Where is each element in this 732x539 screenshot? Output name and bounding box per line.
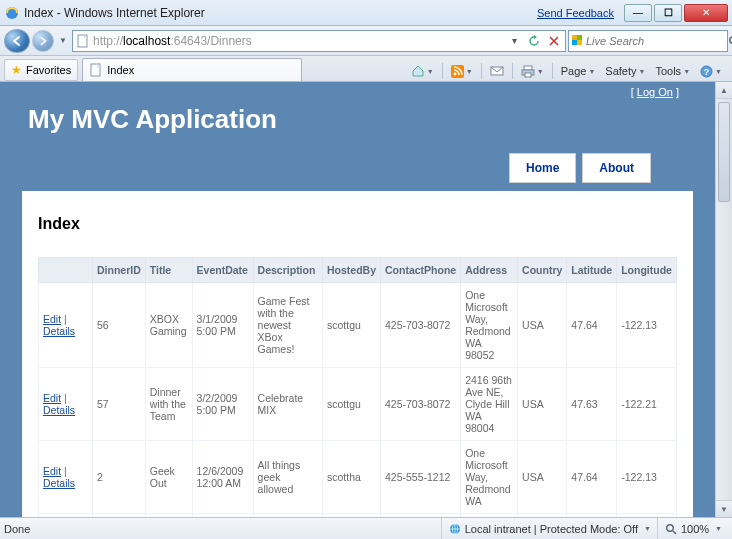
scroll-up-button[interactable]: ▲	[716, 82, 732, 99]
logon-link[interactable]: Log On	[637, 86, 673, 98]
favorites-label: Favorites	[26, 64, 71, 76]
zone-icon	[448, 522, 462, 536]
details-link[interactable]: Details	[43, 325, 75, 337]
cell-phone: 425-703-8072	[381, 368, 461, 441]
zoom-control[interactable]: 100% ▼	[657, 518, 728, 539]
page-menu[interactable]: Page ▼	[557, 61, 600, 81]
edit-link[interactable]: Edit	[43, 313, 61, 325]
maximize-button[interactable]: ☐	[654, 4, 682, 22]
scroll-down-button[interactable]: ▼	[716, 500, 732, 517]
col-header: Title	[145, 258, 192, 283]
address-bar[interactable]: http://localhost:64643/Dinners ▾	[72, 30, 566, 52]
tab-strip: ★ Favorites Index ▼ ▼ ▼ Page ▼ Safety ▼ …	[0, 56, 732, 82]
vertical-scrollbar[interactable]: ▲ ▼	[715, 82, 732, 517]
safety-menu[interactable]: Safety ▼	[601, 61, 649, 81]
cell-lon: -122.13	[617, 283, 677, 368]
help-button[interactable]: ?▼	[696, 61, 726, 81]
svg-rect-2	[572, 35, 577, 40]
status-text: Done	[4, 523, 441, 535]
cell-date: 12/6/2009 12:00 AM	[192, 441, 253, 514]
window-title: Index - Windows Internet Explorer	[24, 6, 537, 20]
svg-rect-11	[524, 66, 532, 70]
cell-host: scottha	[322, 441, 380, 514]
print-button[interactable]: ▼	[517, 61, 548, 81]
status-bar: Done Local intranet | Protected Mode: Of…	[0, 517, 732, 539]
col-header: Description	[253, 258, 322, 283]
cell-title: .NET Futures	[145, 514, 192, 518]
cell-id: 56	[93, 283, 146, 368]
actions-cell: Edit | Details	[39, 514, 93, 518]
search-input[interactable]	[586, 35, 725, 47]
cell-id: 57	[93, 368, 146, 441]
page-header: [ Log On ] My MVC Application Home About	[0, 82, 715, 191]
close-button[interactable]: ✕	[684, 4, 728, 22]
nav-home[interactable]: Home	[509, 153, 576, 183]
svg-rect-4	[572, 40, 577, 45]
security-zone[interactable]: Local intranet | Protected Mode: Off ▼	[441, 518, 657, 539]
viewport[interactable]: ▲ ▼ [ Log On ] My MVC Application Home A…	[0, 82, 732, 517]
ie-icon	[4, 5, 20, 21]
search-go-button[interactable]	[728, 32, 732, 50]
edit-link[interactable]: Edit	[43, 465, 61, 477]
search-box[interactable]: ▾	[568, 30, 728, 52]
actions-cell: Edit | Details	[39, 441, 93, 514]
cell-host: scottgu	[322, 283, 380, 368]
star-icon: ★	[11, 63, 22, 77]
stop-button[interactable]	[545, 32, 563, 50]
cell-host: scottgu	[322, 514, 380, 518]
col-header: Latitude	[567, 258, 617, 283]
dinners-table: DinnerIDTitleEventDateDescriptionHostedB…	[38, 257, 677, 517]
cell-title: Dinner with the Team	[145, 368, 192, 441]
window-buttons: — ☐ ✕	[622, 4, 728, 22]
send-feedback-link[interactable]: Send Feedback	[537, 7, 614, 19]
cell-phone: 425-555-1212	[381, 441, 461, 514]
address-dropdown-icon[interactable]: ▾	[505, 32, 523, 50]
details-link[interactable]: Details	[43, 477, 75, 489]
cell-phone: 425-703-8072	[381, 283, 461, 368]
actions-cell: Edit | Details	[39, 283, 93, 368]
table-row: Edit | Details56XBOX Gaming3/1/2009 5:00…	[39, 283, 677, 368]
tab-index[interactable]: Index	[82, 58, 302, 81]
search-provider-icon	[571, 34, 583, 48]
content-card: Index DinnerIDTitleEventDateDescriptionH…	[22, 191, 693, 517]
cell-desc: All things geek allowed	[253, 441, 322, 514]
cell-addr: One Microsoft Way, Redmond WA	[461, 514, 518, 518]
favorites-button[interactable]: ★ Favorites	[4, 59, 78, 81]
cell-date: 3/1/2009 5:00 PM	[192, 283, 253, 368]
read-mail-button[interactable]	[486, 61, 508, 81]
scrollbar-thumb[interactable]	[718, 102, 730, 202]
col-header: Address	[461, 258, 518, 283]
col-header: EventDate	[192, 258, 253, 283]
svg-text:?: ?	[704, 67, 710, 77]
forward-button[interactable]	[32, 30, 54, 52]
cell-lat: 47.64	[567, 283, 617, 368]
cell-country: USA	[518, 441, 567, 514]
details-link[interactable]: Details	[43, 404, 75, 416]
home-button[interactable]: ▼	[407, 61, 438, 81]
chevron-down-icon: ▼	[644, 525, 651, 532]
chevron-down-icon: ▼	[715, 525, 722, 532]
nav-about[interactable]: About	[582, 153, 651, 183]
cell-host: scottgu	[322, 368, 380, 441]
page-icon	[75, 33, 91, 49]
feeds-button[interactable]: ▼	[447, 61, 477, 81]
tab-label: Index	[107, 64, 134, 76]
cell-lat: 47.63	[567, 368, 617, 441]
svg-rect-5	[577, 40, 582, 45]
col-actions	[39, 258, 93, 283]
svg-rect-13	[525, 73, 531, 77]
tools-menu[interactable]: Tools ▼	[651, 61, 694, 81]
edit-link[interactable]: Edit	[43, 392, 61, 404]
table-row: Edit | Details57Dinner with the Team3/2/…	[39, 368, 677, 441]
refresh-button[interactable]	[525, 32, 543, 50]
cell-lon: -122.13	[617, 441, 677, 514]
cell-date: 12/6/2009 5:00 PM	[192, 514, 253, 518]
nav-history-dropdown[interactable]: ▼	[56, 30, 70, 52]
cell-country: USA	[518, 514, 567, 518]
minimize-button[interactable]: —	[624, 4, 652, 22]
window-titlebar: Index - Windows Internet Explorer Send F…	[0, 0, 732, 26]
cell-desc: Come talk about cool things coming with …	[253, 514, 322, 518]
cell-date: 3/2/2009 5:00 PM	[192, 368, 253, 441]
cell-lat: 47.64	[567, 441, 617, 514]
back-button[interactable]	[4, 29, 30, 53]
